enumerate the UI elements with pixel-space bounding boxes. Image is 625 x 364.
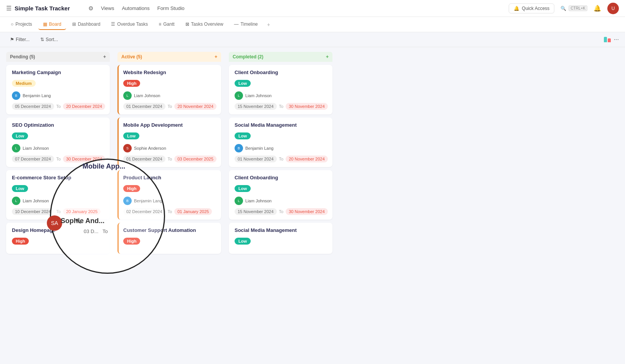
navbar-left: ☰ Simple Task Tracker ⚙ Views Automation…	[6, 5, 509, 12]
card-title: Social Media Management	[235, 122, 328, 128]
priority-badge: Low	[123, 132, 139, 139]
date-to: 01 January 2025	[174, 208, 212, 215]
date-from: 01 December 2024	[123, 103, 165, 110]
date-from: 15 November 2024	[235, 103, 277, 110]
search-icon: 🔍	[561, 6, 566, 11]
tab-gantt[interactable]: ≡ Gantt	[154, 19, 179, 30]
card-assignee: B Benjamin Lang	[12, 91, 105, 100]
date-range: 07 December 2024 To 30 December 2024	[12, 156, 105, 162]
priority-badge: High	[123, 185, 140, 192]
date-from: 15 November 2024	[235, 208, 277, 215]
priority-badge: Low	[235, 185, 251, 192]
card-title: Design Homepage	[12, 227, 105, 233]
date-range: 01 November 2024 To 20 November 2024	[235, 156, 328, 162]
task-card[interactable]: Customer Support AutomationHigh	[117, 223, 221, 254]
date-to: 20 December 2024	[63, 103, 105, 110]
gantt-icon: ≡	[159, 22, 161, 27]
date-range: 15 November 2024 To 30 November 2024	[235, 103, 328, 110]
date-to: 30 November 2024	[286, 103, 328, 110]
card-assignee: L Liam Johnson	[235, 197, 328, 205]
nav-automations[interactable]: Automations	[122, 5, 149, 11]
to-label: To	[168, 104, 172, 109]
task-card[interactable]: Mobile App DevelopmentLow S Sophie Ander…	[117, 117, 221, 167]
task-card[interactable]: Website RedesignHigh L Liam Johnson 01 D…	[117, 65, 221, 114]
column-title-completed: Completed (2)	[233, 54, 263, 60]
search-button[interactable]: 🔍 CTRL+K	[561, 5, 587, 11]
task-card[interactable]: Design HomepageHigh	[6, 223, 110, 254]
to-label: To	[168, 209, 172, 214]
task-card[interactable]: Social Media ManagementLow	[229, 223, 332, 254]
add-card-button-active[interactable]: +	[215, 54, 217, 60]
menu-icon[interactable]: ☰	[6, 5, 12, 12]
add-card-button-pending[interactable]: +	[103, 54, 106, 60]
nav-form-studio[interactable]: Form Studio	[157, 5, 185, 11]
filter-button[interactable]: ⚑ Filter...	[6, 35, 33, 44]
assignee-avatar: L	[235, 91, 243, 100]
priority-badge: Low	[12, 185, 28, 192]
user-avatar[interactable]: U	[607, 3, 619, 14]
priority-badge: Low	[235, 132, 251, 139]
quick-access-button[interactable]: 🔔 Quick Access	[509, 3, 554, 13]
column-header-active: Active (5)+	[117, 52, 221, 62]
assignee-name: Sophie Anderson	[134, 146, 166, 151]
column-title-active: Active (5)	[121, 54, 142, 60]
quick-access-label: Quick Access	[522, 6, 549, 11]
tab-overdue-tasks[interactable]: ☰ Overdue Tasks	[106, 19, 152, 30]
date-to: 20 November 2024	[286, 156, 328, 162]
date-range: 15 November 2024 To 30 November 2024	[235, 208, 328, 215]
assignee-name: Benjamin Lang	[245, 146, 273, 151]
column-header-pending: Pending (5)+	[6, 52, 110, 62]
tab-board[interactable]: ▦ Board	[38, 19, 66, 30]
assignee-avatar: B	[12, 91, 20, 100]
projects-icon: ○	[11, 22, 13, 27]
card-title: E-commerce Store Setup	[12, 175, 105, 180]
task-card[interactable]: SEO OptimizationLow L Liam Johnson 07 De…	[6, 117, 110, 167]
add-card-button-completed[interactable]: +	[326, 54, 329, 60]
date-to: 20 January 2025	[63, 208, 101, 215]
tab-tasks-overview[interactable]: ⊠ Tasks Overview	[181, 19, 228, 30]
card-title: Product Launch	[123, 175, 217, 180]
card-title: Client Onboarding	[235, 69, 328, 75]
task-card[interactable]: E-commerce Store SetupLow L Liam Johnson…	[6, 170, 110, 220]
view-toggle[interactable]	[604, 37, 611, 42]
toolbar-left: ⚑ Filter... ⇅ Sort...	[6, 35, 62, 44]
nav-views[interactable]: Views	[101, 5, 114, 11]
notification-icon[interactable]: 🔔	[594, 5, 601, 12]
column-header-completed: Completed (2)+	[229, 52, 332, 62]
add-tab-button[interactable]: +	[264, 19, 273, 30]
priority-badge: Low	[235, 80, 251, 87]
to-label: To	[56, 104, 61, 109]
sort-button[interactable]: ⇅ Sort...	[36, 35, 62, 44]
app-title: Simple Task Tracker	[15, 5, 70, 12]
date-from: 10 December 2024	[12, 208, 54, 215]
settings-icon[interactable]: ⚙	[88, 5, 93, 12]
date-range: 01 December 2024 To 03 December 2025	[123, 156, 217, 162]
task-card[interactable]: Marketing CampaignMedium B Benjamin Lang…	[6, 65, 110, 114]
assignee-name: Liam Johnson	[23, 146, 49, 151]
assignee-name: Benjamin Lang	[134, 199, 162, 203]
task-card[interactable]: Client OnboardingLow L Liam Johnson 15 N…	[229, 65, 332, 114]
card-assignee: S Sophie Anderson	[123, 144, 217, 152]
column-completed: Completed (2)+Client OnboardingLow L Lia…	[229, 52, 332, 358]
date-from: 01 November 2024	[235, 156, 277, 162]
tab-dashboard[interactable]: ⊞ Dashboard	[68, 19, 105, 30]
task-card[interactable]: Product LaunchHigh B Benjamin Lang 02 De…	[117, 170, 221, 220]
assignee-avatar: B	[235, 144, 243, 152]
card-assignee: L Liam Johnson	[12, 144, 105, 152]
date-to: 20 November 2024	[174, 103, 217, 110]
toolbar-right: ···	[604, 36, 619, 43]
task-card[interactable]: Social Media ManagementLow B Benjamin La…	[229, 117, 332, 167]
more-options-button[interactable]: ···	[614, 36, 619, 43]
priority-badge: Low	[12, 132, 28, 139]
to-label: To	[168, 157, 172, 161]
tab-timeline[interactable]: — Timeline	[230, 19, 263, 30]
assignee-name: Liam Johnson	[245, 199, 272, 203]
date-to: 30 November 2024	[286, 208, 328, 215]
date-range: 02 December 2024 To 01 January 2025	[123, 208, 217, 215]
sort-icon: ⇅	[40, 37, 44, 42]
tab-projects[interactable]: ○ Projects	[6, 19, 37, 30]
column-active: Active (5)+Website RedesignHigh L Liam J…	[117, 52, 221, 358]
navbar-right: 🔔 Quick Access 🔍 CTRL+K 🔔 U	[509, 3, 619, 14]
overdue-icon: ☰	[111, 22, 115, 27]
task-card[interactable]: Client OnboardingLow L Liam Johnson 15 N…	[229, 170, 332, 220]
